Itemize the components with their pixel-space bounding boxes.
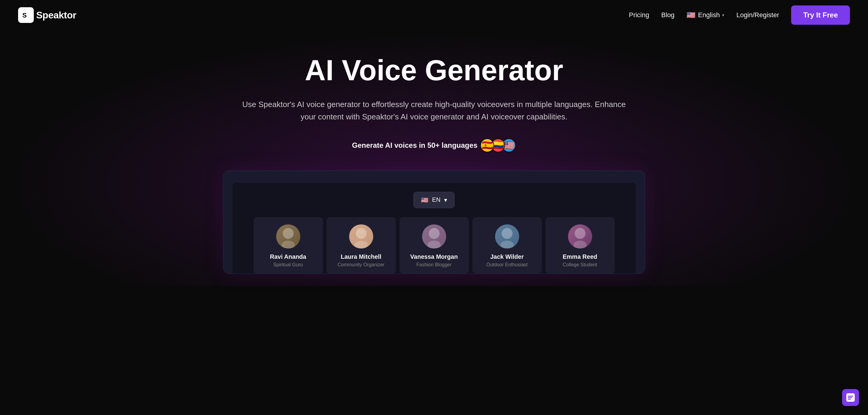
chat-icon	[846, 393, 855, 402]
dropdown-chevron-icon: ▾	[444, 196, 447, 204]
voice-card-vanessa[interactable]: Vanessa Morgan Fashion Blogger	[400, 217, 469, 273]
lang-dropdown-btn[interactable]: 🇺🇸 EN ▾	[413, 192, 455, 208]
language-dropdown: 🇺🇸 EN ▾	[242, 192, 627, 208]
try-it-free-button[interactable]: Try It Free	[791, 5, 850, 25]
svg-point-3	[282, 241, 295, 248]
voice-name-laura: Laura Mitchell	[333, 253, 390, 260]
languages-row: Generate AI voices in 50+ languages 🇪🇸 🇨…	[18, 139, 850, 152]
nav-links: Pricing Blog 🇺🇸 English ▾ Login/Register…	[629, 5, 850, 25]
svg-point-11	[574, 241, 587, 248]
app-inner: 🇺🇸 EN ▾ Ravi Ananda Spiritual Guru	[232, 183, 636, 273]
voice-card-emma[interactable]: Emma Reed College Student	[546, 217, 615, 273]
logo-text: Speaktor	[36, 10, 76, 21]
svg-point-8	[502, 228, 513, 239]
svg-rect-14	[848, 397, 852, 398]
app-preview: 🇺🇸 EN ▾ Ravi Ananda Spiritual Guru	[223, 170, 645, 274]
voice-role-jack: Outdoor Enthusiast	[478, 262, 536, 268]
svg-point-9	[500, 241, 514, 248]
svg-text:S: S	[22, 11, 27, 19]
flag-es: 🇪🇸	[480, 139, 494, 152]
voice-avatar-jack	[495, 225, 519, 248]
svg-point-10	[575, 228, 586, 239]
voice-avatar-vanessa	[422, 225, 446, 248]
hero-description: Use Speaktor's AI voice generator to eff…	[238, 98, 630, 123]
language-flags: 🇪🇸 🇨🇴 🇺🇸	[483, 139, 516, 152]
svg-point-6	[429, 228, 440, 239]
dropdown-flag: 🇺🇸	[421, 196, 428, 204]
language-selector[interactable]: 🇺🇸 English ▾	[686, 11, 724, 19]
chat-widget[interactable]	[842, 389, 859, 406]
voice-card-laura[interactable]: Laura Mitchell Community Organizer	[327, 217, 396, 273]
voice-role-vanessa: Fashion Blogger	[405, 262, 463, 268]
hero-title: AI Voice Generator	[18, 54, 850, 86]
chevron-down-icon: ▾	[722, 13, 724, 18]
voice-name-ravi: Ravi Ananda	[259, 253, 317, 260]
voice-card-ravi[interactable]: Ravi Ananda Spiritual Guru	[253, 217, 323, 273]
blog-link[interactable]: Blog	[661, 11, 675, 19]
voice-avatar-emma	[568, 225, 592, 248]
lang-label: English	[698, 11, 720, 19]
voice-name-emma: Emma Reed	[552, 253, 609, 260]
svg-point-2	[283, 228, 293, 239]
svg-point-4	[356, 228, 367, 239]
dropdown-lang-label: EN	[432, 196, 440, 203]
svg-point-5	[354, 241, 368, 248]
svg-rect-15	[848, 399, 851, 399]
lang-flag: 🇺🇸	[686, 11, 695, 19]
voice-name-vanessa: Vanessa Morgan	[405, 253, 463, 260]
logo-icon: S	[18, 7, 34, 23]
voice-role-laura: Community Organizer	[333, 262, 390, 268]
voice-role-emma: College Student	[552, 262, 609, 268]
navbar: S Speaktor Pricing Blog 🇺🇸 English ▾ Log…	[0, 0, 868, 30]
svg-point-7	[428, 241, 441, 248]
voices-row: Ravi Ananda Spiritual Guru Laura Mitchel…	[242, 217, 627, 273]
login-register-link[interactable]: Login/Register	[736, 11, 779, 19]
voice-name-jack: Jack Wilder	[478, 253, 536, 260]
hero-section: AI Voice Generator Use Speaktor's AI voi…	[0, 30, 868, 286]
voice-card-jack[interactable]: Jack Wilder Outdoor Enthusiast	[472, 217, 542, 273]
pricing-link[interactable]: Pricing	[629, 11, 649, 19]
svg-rect-13	[848, 396, 853, 396]
voice-avatar-laura	[349, 225, 373, 248]
languages-label: Generate AI voices in 50+ languages	[352, 141, 477, 150]
voice-avatar-ravi	[276, 225, 300, 248]
logo[interactable]: S Speaktor	[18, 7, 76, 23]
voice-role-ravi: Spiritual Guru	[259, 262, 317, 268]
